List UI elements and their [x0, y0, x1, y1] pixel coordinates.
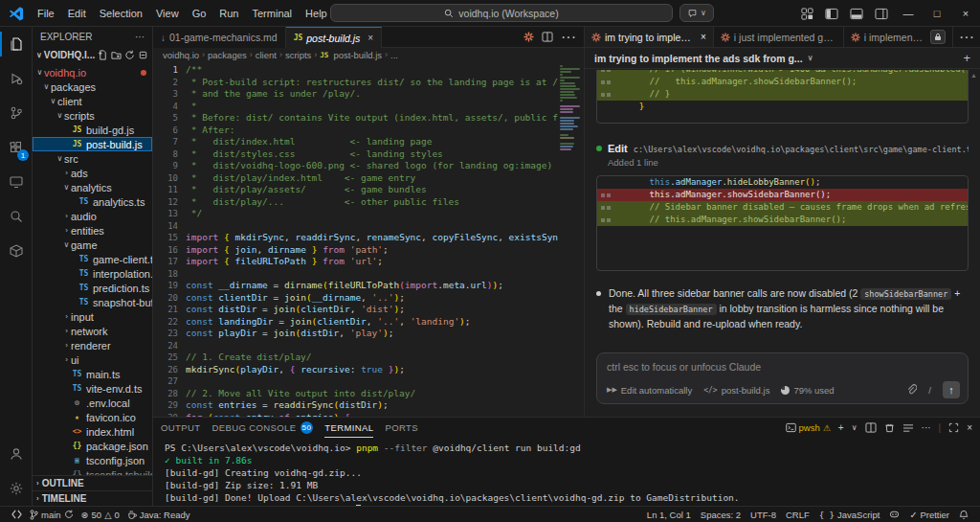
maximize-panel-icon[interactable] — [948, 422, 959, 433]
split-terminal-icon[interactable] — [865, 422, 877, 433]
menu-file[interactable]: File — [31, 5, 61, 22]
tree-item-client[interactable]: ∨client — [33, 94, 152, 108]
toggle-secondary-sidebar-icon[interactable] — [869, 0, 894, 27]
tree-item-package.json[interactable]: {}package.json — [33, 439, 152, 453]
tree-item-analytics.ts[interactable]: TSanalytics.ts — [33, 194, 152, 209]
minimize-button[interactable]: — — [894, 0, 923, 27]
status-copilot-icon[interactable] — [885, 507, 903, 522]
tree-item-favicon.ico[interactable]: ★favicon.ico — [33, 410, 152, 424]
collapse-all-icon[interactable] — [138, 50, 148, 60]
tree-item-scripts[interactable]: ∨scripts — [33, 108, 152, 123]
copilot-menu-button[interactable]: ∨ — [679, 4, 714, 22]
breadcrumb-item[interactable]: ... — [390, 50, 398, 60]
close-panel-icon[interactable]: × — [967, 422, 972, 433]
tree-item-game-client.ts[interactable]: TSgame-client.ts — [33, 252, 152, 266]
status-remote-icon[interactable] — [8, 507, 26, 522]
menu-edit[interactable]: Edit — [61, 5, 93, 22]
command-center-search[interactable]: voidhq.io (Workspace) — [330, 4, 673, 22]
new-session-button[interactable]: + — [963, 51, 970, 65]
claude-tabbar-more-icon[interactable]: ··· — [953, 27, 980, 47]
tree-item-build-gd.js[interactable]: JSbuild-gd.js — [33, 123, 152, 137]
claude-session-header[interactable]: im trying to implement the ads sdk from … — [585, 48, 980, 69]
menu-run[interactable]: Run — [212, 5, 245, 22]
activity-extensions-icon[interactable]: 1 — [0, 130, 33, 165]
claude-tab[interactable]: i implemented ga — [844, 27, 953, 47]
tree-item-main.ts[interactable]: TSmain.ts — [33, 367, 152, 381]
breadcrumb-item[interactable]: post-build.js — [333, 50, 382, 60]
status-main[interactable]: main — [26, 507, 78, 522]
tree-item-ads[interactable]: ›ads — [33, 166, 152, 180]
editor-more-icon[interactable]: ··· — [561, 29, 576, 46]
tree-item-snapshot-buffer.ts[interactable]: TSsnapshot-buffer.ts — [33, 295, 152, 309]
status-bell-icon[interactable] — [955, 507, 972, 522]
outline-section[interactable]: ›OUTLINE — [33, 475, 152, 490]
tree-item-index.html[interactable]: <>index.html — [33, 424, 152, 439]
claude-input-box[interactable]: ctrl esc to focus or unfocus Claude ▶▶Ed… — [596, 352, 969, 404]
tree-item-game[interactable]: ∨game — [33, 238, 152, 252]
status-java-ready[interactable]: Java: Ready — [123, 507, 194, 522]
terminal-dropdown-icon[interactable]: ∨ — [852, 423, 858, 432]
terminal-content[interactable]: PS C:\Users\alex\vscode\voidhq.io> pnpm … — [159, 442, 976, 506]
terminal-profile[interactable]: pwsh ⚠ — [786, 422, 831, 433]
code-editor[interactable]: 1234567891011121314151617181920212223242… — [153, 62, 584, 417]
menu-help[interactable]: Help — [299, 5, 334, 22]
tree-item-network[interactable]: ›network — [33, 324, 152, 338]
explorer-more-icon[interactable]: ··· — [135, 32, 145, 42]
tree-item-tsconfig.json[interactable]: ▣tsconfig.json — [33, 453, 152, 467]
tree-item-src[interactable]: ∨src — [33, 151, 152, 166]
attach-paperclip-icon[interactable] — [906, 384, 917, 396]
context-file[interactable]: </>post-build.js — [703, 385, 769, 396]
status-crlf[interactable]: CRLF — [782, 507, 813, 522]
panel-tab-debug-console[interactable]: DEBUG CONSOLE50 — [212, 418, 313, 438]
claude-icon[interactable] — [523, 32, 534, 42]
breadcrumb-item[interactable]: client — [256, 50, 277, 60]
claude-tab[interactable]: i just implemented gamed... — [714, 27, 844, 47]
claude-tab[interactable]: im trying to implement t...× — [585, 27, 714, 47]
scroll-up-icon[interactable]: ▲ — [970, 72, 977, 79]
close-button[interactable]: × — [951, 0, 980, 27]
breadcrumb-item[interactable]: voidhq.io — [163, 50, 199, 60]
tree-item-interpolation.ts[interactable]: TSinterpolation.ts — [33, 266, 152, 281]
minimap[interactable] — [558, 62, 583, 417]
timeline-section[interactable]: ›TIMELINE — [33, 490, 152, 506]
status-spaces-2[interactable]: Spaces: 2 — [697, 507, 745, 522]
tree-item-audio[interactable]: ›audio — [33, 209, 152, 223]
activity-files-icon[interactable] — [0, 27, 33, 61]
tree-item-analytics[interactable]: ∨analytics — [33, 180, 152, 194]
tree-item-entities[interactable]: ›entities — [33, 223, 152, 238]
status-prettier[interactable]: ✓Prettier — [905, 507, 953, 522]
activity-remote-explorer-icon[interactable] — [0, 165, 33, 199]
tree-item-prediction.ts[interactable]: TSprediction.ts — [33, 281, 152, 295]
activity-cube-icon[interactable] — [0, 234, 33, 268]
menu-selection[interactable]: Selection — [93, 5, 149, 22]
toggle-panel-icon[interactable] — [844, 0, 869, 27]
menu-terminal[interactable]: Terminal — [246, 5, 300, 22]
menu-view[interactable]: View — [149, 5, 186, 22]
tree-item-post-build.js[interactable]: JSpost-build.js — [33, 137, 152, 151]
breadcrumb-item[interactable]: scripts — [285, 50, 311, 60]
tree-item-input[interactable]: ›input — [33, 309, 152, 324]
status-ln-1-col-1[interactable]: Ln 1, Col 1 — [643, 507, 695, 522]
customize-layout-icon[interactable] — [794, 0, 819, 27]
toggle-sidebar-icon[interactable] — [819, 0, 844, 27]
status-utf-8[interactable]: UTF-8 — [746, 507, 780, 522]
maximize-button[interactable]: □ — [923, 0, 951, 27]
new-folder-icon[interactable] — [111, 50, 122, 60]
menu-go[interactable]: Go — [186, 5, 213, 22]
activity-settings-gear-icon[interactable] — [0, 471, 33, 506]
breadcrumb[interactable]: voidhq.io›packages›client›scripts›JSpost… — [153, 48, 584, 61]
split-editor-icon[interactable] — [542, 32, 553, 42]
new-terminal-button[interactable]: + — [838, 422, 844, 433]
new-file-icon[interactable] — [98, 50, 108, 60]
tab-post-build.js[interactable]: JSpost-build.js× — [286, 27, 383, 48]
kill-terminal-icon[interactable] — [884, 422, 895, 433]
tab-01-game-mechanics.md[interactable]: ↓01-game-mechanics.md — [153, 27, 286, 48]
panel-tab-output[interactable]: OUTPUT — [161, 418, 200, 438]
panel-tab-terminal[interactable]: TERMINAL — [324, 418, 373, 438]
status-50[interactable]: ⊗50△0 — [78, 507, 123, 522]
tree-item-vite-env.d.ts[interactable]: TSvite-env.d.ts — [33, 381, 152, 396]
terminal-views-icon[interactable] — [902, 423, 914, 433]
workspace-section-header[interactable]: ∨ VOIDHQ.I... — [33, 46, 152, 63]
claude-conversation[interactable]: ▲ // if (window.innerWidth > 1400 && thi… — [585, 70, 980, 352]
activity-account-icon[interactable] — [0, 437, 33, 471]
